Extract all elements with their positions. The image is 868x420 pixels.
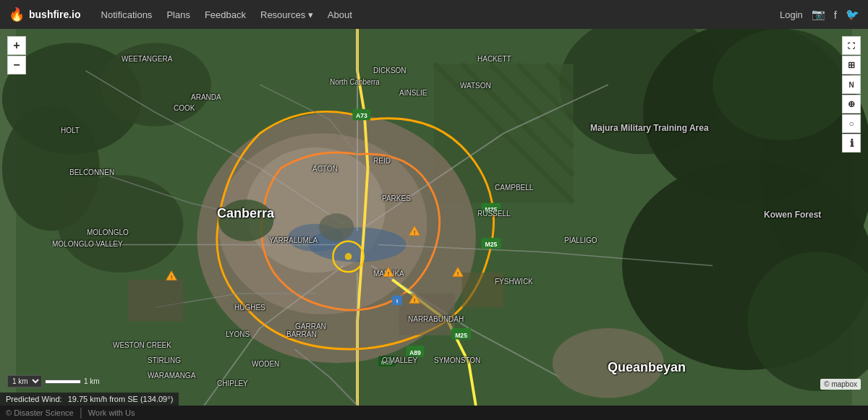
scale-select[interactable]: 1 km — [7, 375, 42, 387]
svg-text:M23: M23 — [381, 359, 392, 366]
scale-label: 1 km — [84, 377, 100, 385]
wind-label: Predicted Wind: — [6, 395, 62, 403]
svg-point-23 — [218, 200, 273, 241]
svg-point-24 — [319, 213, 354, 241]
flame-icon: 🔥 — [9, 7, 25, 22]
svg-point-27 — [553, 328, 664, 398]
location-button[interactable]: ⊕ — [842, 95, 861, 113]
twitter-icon[interactable]: 🐦 — [846, 8, 859, 21]
scale-bar: 1 km 1 km — [7, 375, 100, 387]
svg-text:M25: M25 — [485, 241, 498, 248]
nav-about[interactable]: About — [322, 7, 358, 23]
info-button[interactable]: ℹ — [842, 134, 861, 153]
logo[interactable]: 🔥 bushfire.io — [9, 7, 81, 22]
footer: © Disaster Science | Work with Us — [0, 406, 868, 420]
map-controls-left: + − — [7, 36, 26, 74]
svg-text:!: ! — [414, 296, 416, 303]
nav-notifications[interactable]: Notifications — [95, 7, 158, 23]
map-container[interactable]: M25 M25 M25 A73 A89 M23 i North Canberra… — [0, 29, 868, 406]
svg-text:!: ! — [388, 270, 390, 277]
svg-point-8 — [712, 29, 852, 140]
login-link[interactable]: Login — [780, 9, 803, 20]
navbar: 🔥 bushfire.io Notifications Plans Feedba… — [0, 0, 868, 29]
compass-button[interactable]: N — [842, 75, 861, 94]
svg-text:!: ! — [414, 229, 416, 236]
svg-text:M25: M25 — [485, 206, 498, 213]
footer-disaster-science[interactable]: © Disaster Science — [6, 408, 74, 417]
footer-work-with-us[interactable]: Work with Us — [88, 408, 135, 417]
svg-text:A89: A89 — [409, 349, 421, 356]
fire-warning-icon[interactable]: ! — [408, 293, 421, 306]
nav-right: Login 📷 f 🐦 — [780, 8, 859, 21]
mapbox-attribution: © mapbox — [820, 379, 861, 390]
wind-bar: Predicted Wind: 19.75 km/h from SE (134.… — [0, 393, 179, 406]
map-svg: M25 M25 M25 A73 A89 M23 i — [0, 29, 868, 406]
map-controls-right: ⛶ ⊞ N ⊕ ○ ℹ — [842, 36, 861, 153]
fire-warning-icon[interactable]: ! — [382, 266, 395, 279]
fire-warning-icon[interactable]: ! — [451, 266, 464, 279]
instagram-icon[interactable]: 📷 — [812, 8, 825, 21]
nav-resources[interactable]: Resources ▾ — [255, 7, 319, 23]
nav-feedback[interactable]: Feedback — [199, 7, 252, 23]
footer-separator: | — [80, 406, 82, 419]
wind-value: 19.75 km/h from SE (134.09°) — [68, 395, 174, 403]
main-nav: Notifications Plans Feedback Resources ▾… — [95, 7, 765, 23]
fire-warning-icon[interactable]: ! — [165, 270, 178, 283]
layers-button[interactable]: ⊞ — [842, 56, 861, 74]
svg-point-2 — [100, 43, 211, 127]
svg-text:A73: A73 — [356, 112, 367, 119]
map-background: M25 M25 M25 A73 A89 M23 i North Canberra… — [0, 29, 868, 406]
fire-warning-icon[interactable]: ! — [408, 225, 421, 238]
svg-point-29 — [345, 253, 352, 260]
logo-text: bushfire.io — [29, 9, 81, 20]
svg-text:!: ! — [457, 270, 459, 277]
facebook-icon[interactable]: f — [834, 9, 837, 21]
svg-text:M25: M25 — [455, 332, 467, 339]
svg-rect-26 — [462, 273, 504, 307]
fullscreen-button[interactable]: ⛶ — [842, 36, 861, 55]
nav-plans[interactable]: Plans — [161, 7, 196, 23]
svg-rect-22 — [127, 280, 183, 322]
search-button[interactable]: ○ — [842, 114, 861, 133]
svg-point-4 — [58, 175, 183, 273]
zoom-in-button[interactable]: + — [7, 36, 26, 55]
svg-text:i: i — [396, 298, 398, 304]
zoom-out-button[interactable]: − — [7, 56, 26, 74]
svg-text:!: ! — [171, 274, 173, 280]
